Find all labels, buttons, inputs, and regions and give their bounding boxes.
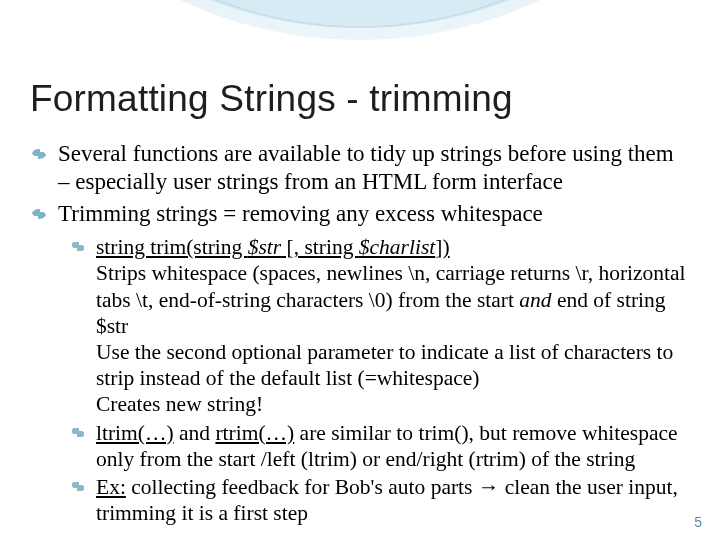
list-item: Ex: collecting feedback for Bob's auto p…: [72, 474, 694, 526]
text: and: [519, 288, 551, 312]
text: Ex:: [96, 475, 126, 499]
text: Strips whitespace (spaces, newlines \n, …: [96, 261, 686, 285]
text: tabs \t, end-of-string characters \0) fr…: [96, 288, 519, 312]
text: string trim(string: [96, 235, 248, 259]
page-number: 5: [694, 514, 702, 530]
text: trimming it is a first step: [96, 501, 308, 525]
bullet-list: Several functions are available to tidy …: [30, 140, 694, 527]
text: Several functions are available to tidy …: [58, 141, 674, 166]
text: ltrim(…): [96, 421, 174, 445]
text: Creates new string!: [96, 392, 263, 416]
text: ]): [435, 235, 449, 259]
text: Trimming strings = removing any excess w…: [58, 201, 543, 226]
list-item: string trim(string $str [, string $charl…: [72, 234, 694, 418]
text: $charlist: [359, 235, 435, 259]
text: strip instead of the default list (=whit…: [96, 366, 479, 390]
text: are similar to trim(), but remove whites…: [294, 421, 677, 445]
text: $str: [248, 235, 281, 259]
slide-title: Formatting Strings - trimming: [30, 78, 694, 120]
text: only from the start /left (ltrim) or end…: [96, 447, 635, 471]
text: Use the second optional parameter to ind…: [96, 340, 673, 364]
text: [, string: [281, 235, 359, 259]
list-item: Trimming strings = removing any excess w…: [30, 200, 694, 526]
sub-list: string trim(string $str [, string $charl…: [58, 234, 694, 526]
text: rtrim(…): [215, 421, 294, 445]
text: – especially user strings from an HTML f…: [58, 169, 563, 194]
text: collecting feedback for Bob's auto parts…: [126, 475, 678, 499]
list-item: Several functions are available to tidy …: [30, 140, 694, 196]
slide: Formatting Strings - trimming Several fu…: [0, 0, 720, 540]
list-item: ltrim(…) and rtrim(…) are similar to tri…: [72, 420, 694, 472]
text: and: [174, 421, 216, 445]
